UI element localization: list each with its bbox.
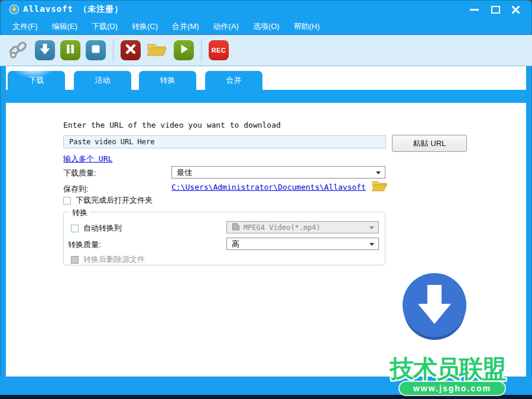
- auto-convert-checkbox[interactable]: 自动转换到: [71, 223, 122, 233]
- chevron-down-icon: [376, 171, 381, 174]
- stop-icon: [90, 44, 101, 57]
- chevron-down-icon: [369, 243, 374, 246]
- url-prompt-label: Enter the URL of the video you want to d…: [63, 121, 281, 129]
- toolbar-separator: [113, 39, 113, 61]
- multiple-url-link[interactable]: 输入多个 URL: [63, 154, 112, 164]
- rec-label: REC: [212, 47, 226, 54]
- tab-bar: 下载 活动 转换 合并: [6, 66, 526, 90]
- record-button[interactable]: REC: [209, 40, 229, 60]
- title-bar: Allavsoft （未注册）: [0, 0, 532, 19]
- browse-folder-button[interactable]: [371, 179, 388, 193]
- video-file-icon: [232, 223, 240, 232]
- tab-download[interactable]: 下载: [8, 71, 65, 90]
- maximize-button[interactable]: [490, 5, 501, 15]
- delete-source-label: 转换后删除源文件: [83, 254, 145, 265]
- convert-quality-select[interactable]: 高: [226, 238, 379, 250]
- menu-edit[interactable]: 编辑(E): [50, 20, 80, 33]
- stop-button[interactable]: [86, 40, 106, 60]
- convert-format-select: MPEG4 Video(*.mp4): [226, 221, 379, 233]
- menu-download[interactable]: 下载(D): [89, 20, 120, 33]
- download-button[interactable]: [35, 40, 55, 60]
- window-title: Allavsoft （未注册）: [23, 0, 123, 18]
- folder-icon: [146, 40, 168, 60]
- play-icon: [178, 43, 190, 57]
- download-tab-content: Enter the URL of the video you want to d…: [6, 103, 526, 377]
- tab-strip: [6, 90, 526, 103]
- save-to-label: 保存到:: [63, 184, 89, 194]
- save-path-link[interactable]: C:\Users\Administrator\Documents\Allavso…: [171, 183, 366, 192]
- convert-quality-value: 高: [232, 239, 239, 249]
- download-quality-value: 最佳: [177, 167, 192, 178]
- chevron-down-icon: [369, 226, 374, 229]
- app-icon: [9, 4, 20, 15]
- link-add-icon: [8, 38, 29, 62]
- bottom-dark-bar: [0, 395, 532, 399]
- tab-convert[interactable]: 转换: [139, 71, 196, 90]
- delete-source-checkbox: 转换后删除源文件: [71, 254, 145, 265]
- tab-merge[interactable]: 合并: [205, 71, 262, 90]
- paste-url-button[interactable]: 粘贴 URL: [392, 135, 467, 152]
- checkbox-box: [71, 256, 79, 264]
- checkbox-box[interactable]: [71, 225, 79, 232]
- menu-merge[interactable]: 合并(M): [170, 20, 202, 33]
- add-url-button[interactable]: [7, 40, 30, 60]
- menu-help[interactable]: 帮助(H): [291, 20, 322, 33]
- download-quality-label: 下载质量:: [63, 168, 96, 179]
- pause-icon: [64, 43, 76, 57]
- menu-options[interactable]: 选项(O): [251, 20, 282, 33]
- menu-bar: 文件(F) 编辑(E) 下载(D) 转换(C) 合并(M) 动作(A) 选项(O…: [0, 18, 532, 34]
- menu-convert[interactable]: 转换(C): [129, 20, 160, 33]
- watermark-url-badge: www.jsgho.com: [400, 382, 505, 395]
- app-window: Allavsoft （未注册） 文件(F) 编辑(E) 下载(D) 转换(C) …: [0, 0, 532, 399]
- auto-convert-label: 自动转换到: [83, 223, 122, 233]
- checkbox-box[interactable]: [63, 197, 71, 205]
- big-download-arrow-icon: [403, 272, 466, 338]
- tab-activity[interactable]: 活动: [74, 71, 131, 90]
- main-panel: 下载 活动 转换 合并 Enter the URL of the video y…: [6, 66, 526, 377]
- open-folder-after-download-label: 下载完成后打开文件夹: [76, 195, 153, 206]
- minimize-button[interactable]: [469, 5, 480, 15]
- menu-action[interactable]: 动作(A): [211, 20, 241, 33]
- convert-quality-label: 转换质量:: [68, 239, 101, 250]
- download-arrow-icon: [38, 42, 52, 59]
- delete-x-icon: [125, 43, 137, 57]
- tab-activity-label: 活动: [95, 76, 111, 85]
- toolbar: REC: [0, 34, 532, 66]
- convert-format-value: MPEG4 Video(*.mp4): [244, 223, 320, 232]
- convert-group-title: 转换: [69, 207, 90, 218]
- watermark-title: 技术员联盟: [384, 353, 511, 385]
- tab-download-label: 下载: [29, 76, 44, 85]
- download-quality-select[interactable]: 最佳: [171, 166, 385, 179]
- tab-merge-label: 合并: [226, 76, 242, 85]
- pause-button[interactable]: [60, 40, 80, 60]
- delete-button[interactable]: [121, 40, 141, 60]
- open-folder-after-download-checkbox[interactable]: 下载完成后打开文件夹: [63, 195, 153, 206]
- close-button[interactable]: [510, 5, 521, 15]
- big-download-badge: [403, 273, 466, 337]
- open-folder-button[interactable]: [146, 40, 168, 60]
- url-input[interactable]: [63, 135, 386, 148]
- tab-convert-label: 转换: [160, 76, 176, 85]
- menu-file[interactable]: 文件(F): [10, 20, 40, 33]
- toolbar-separator: [201, 39, 202, 61]
- play-button[interactable]: [174, 40, 194, 60]
